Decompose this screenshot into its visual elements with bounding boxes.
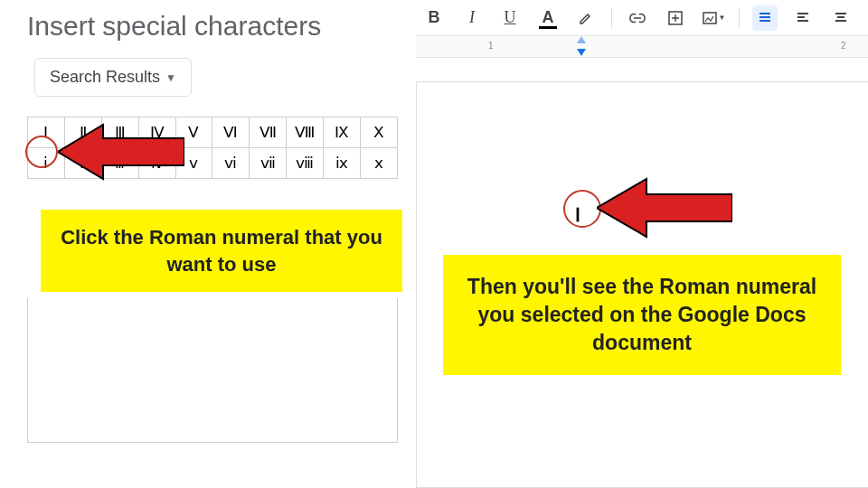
svg-marker-0 [58, 125, 184, 179]
char-cell[interactable]: Ⅷ [287, 117, 324, 148]
ruler-tick: 1 [488, 41, 494, 51]
docs-editor-panel: B I U A ▼ 1 2 [416, 0, 868, 488]
toolbar: B I U A ▼ [416, 0, 868, 36]
svg-rect-2 [703, 13, 716, 23]
annotation-circle [563, 190, 601, 228]
annotation-arrow-icon [597, 172, 732, 244]
char-cell[interactable]: Ⅸ [324, 117, 361, 148]
svg-marker-3 [597, 179, 732, 237]
toolbar-separator [739, 8, 740, 28]
char-cell[interactable]: ⅵ [212, 148, 250, 179]
annotation-callout: Then you'll see the Roman numeral you se… [443, 255, 841, 375]
char-cell[interactable]: ⅶ [250, 148, 287, 179]
annotation-circle [25, 136, 58, 168]
panel-title: Insert special characters [9, 0, 407, 58]
bold-button[interactable]: B [421, 5, 447, 31]
annotation-arrow-icon [58, 116, 184, 188]
char-cell[interactable]: ⅷ [287, 148, 324, 179]
special-characters-panel: Insert special characters Search Results… [9, 0, 407, 488]
char-cell[interactable]: ⅸ [324, 148, 361, 179]
insert-image-button[interactable]: ▼ [701, 5, 726, 31]
highlight-button[interactable] [573, 5, 599, 31]
char-cell[interactable]: Ⅹ [361, 117, 398, 148]
char-cell[interactable]: ⅹ [361, 148, 398, 179]
grid-blank-area [27, 298, 398, 443]
search-results-dropdown[interactable]: Search Results ▼ [34, 58, 192, 97]
dropdown-label: Search Results [50, 68, 160, 87]
annotation-callout: Click the Roman numeral that you want to… [41, 210, 402, 292]
chevron-down-icon: ▼ [719, 14, 726, 22]
add-comment-button[interactable] [663, 5, 688, 31]
text-color-button[interactable]: A [535, 5, 561, 31]
char-cell[interactable]: Ⅶ [250, 117, 287, 148]
align-justify-button[interactable] [752, 5, 778, 31]
char-cell[interactable]: Ⅵ [212, 117, 250, 148]
align-center-button[interactable] [828, 5, 854, 31]
align-left-button[interactable] [790, 5, 816, 31]
toolbar-separator [611, 8, 612, 28]
chevron-down-icon: ▼ [165, 71, 176, 84]
ruler[interactable]: 1 2 [416, 36, 868, 58]
italic-button[interactable]: I [459, 5, 485, 31]
underline-button[interactable]: U [497, 5, 523, 31]
ruler-indent-marker[interactable] [577, 49, 586, 56]
ruler-indent-marker[interactable] [577, 36, 586, 43]
link-button[interactable] [625, 5, 650, 31]
ruler-tick: 2 [841, 41, 846, 51]
